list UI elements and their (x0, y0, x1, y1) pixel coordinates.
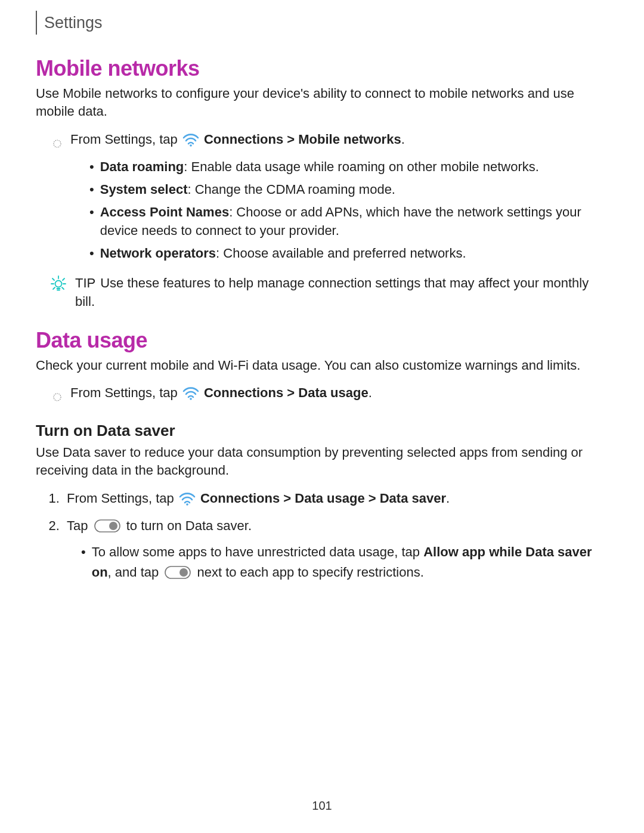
header-title: Settings (44, 14, 103, 32)
step-text: From Settings, tap Connections > Mobile … (70, 129, 608, 153)
step-text: From Settings, tap Connections > Data us… (70, 383, 608, 406)
ol2-prefix: Tap (67, 518, 92, 533)
heading-mobile-networks: Mobile networks (36, 56, 608, 81)
bullet-text: Data roaming: Enable data usage while ro… (100, 157, 539, 176)
step-path: Connections > Data usage (204, 385, 369, 400)
ol1-prefix: From Settings, tap (67, 491, 178, 506)
mobile-networks-options: • Data roaming: Enable data usage while … (89, 157, 608, 263)
sub-post: next to each app to specify restrictions… (197, 565, 423, 580)
svg-point-2 (55, 281, 62, 287)
tip-mobile-networks: TIPUse these features to help manage con… (50, 274, 608, 311)
sub-mid: , and tap (108, 565, 163, 580)
list-item: • To allow some apps to have unrestricte… (81, 542, 608, 585)
header-accent-bar (36, 11, 37, 35)
list-item: • Data roaming: Enable data usage while … (89, 157, 608, 176)
toggle-off-icon (94, 518, 120, 538)
data-saver-intro: Use Data saver to reduce your data consu… (36, 444, 608, 480)
ol2-suffix: to turn on Data saver. (126, 518, 252, 533)
step-suffix: . (369, 385, 372, 400)
subbullet-text: To allow some apps to have unrestricted … (92, 542, 608, 585)
data-saver-steps: From Settings, tap Connections > Data us… (63, 488, 608, 585)
tip-content: TIPUse these features to help manage con… (75, 274, 608, 311)
ol1-suffix: . (446, 491, 450, 506)
toggle-off-icon (165, 565, 191, 585)
connections-icon (182, 386, 199, 406)
connections-icon (182, 133, 199, 153)
svg-line-9 (62, 287, 64, 289)
sub-pre: To allow some apps to have unrestricted … (92, 544, 423, 559)
data-saver-sub-bullets: • To allow some apps to have unrestricte… (81, 542, 608, 585)
tip-label: TIP (75, 275, 95, 290)
bullet-icon: • (89, 157, 94, 176)
svg-point-13 (190, 398, 192, 400)
ol1-path: Connections > Data usage > Data saver (200, 491, 446, 506)
heading-turn-on-data-saver: Turn on Data saver (36, 422, 608, 440)
document-page: Settings Mobile networks Use Mobile netw… (0, 0, 644, 833)
page-header: Settings (36, 11, 608, 35)
svg-line-5 (63, 278, 64, 280)
data-usage-intro: Check your current mobile and Wi-Fi data… (36, 357, 608, 374)
list-item: • System select: Change the CDMA roaming… (89, 180, 608, 199)
step-prefix: From Settings, tap (70, 132, 181, 147)
svg-point-14 (186, 503, 188, 506)
mobile-networks-path-step: From Settings, tap Connections > Mobile … (52, 129, 608, 154)
mobile-networks-intro: Use Mobile networks to configure your de… (36, 85, 608, 121)
svg-point-18 (179, 568, 188, 577)
bullet-text: Access Point Names: Choose or add APNs, … (100, 203, 608, 241)
svg-point-16 (109, 522, 117, 530)
heading-data-usage: Data usage (36, 328, 608, 353)
tip-lightbulb-icon (50, 275, 67, 296)
tip-text: Use these features to help manage connec… (75, 275, 589, 309)
step-prefix: From Settings, tap (70, 385, 181, 400)
bullet-icon: • (89, 180, 94, 199)
svg-point-12 (54, 394, 61, 401)
svg-line-8 (53, 287, 55, 289)
step-suffix: . (401, 132, 405, 147)
step-path: Connections > Mobile networks (204, 132, 401, 147)
bullet-icon: • (89, 203, 94, 241)
list-item: • Access Point Names: Choose or add APNs… (89, 203, 608, 241)
bullet-text: Network operators: Choose available and … (100, 244, 466, 263)
svg-point-0 (54, 140, 61, 147)
list-item: From Settings, tap Connections > Data us… (63, 488, 608, 512)
data-usage-path-step: From Settings, tap Connections > Data us… (52, 383, 608, 407)
list-item: • Network operators: Choose available an… (89, 244, 608, 263)
connections-icon (179, 492, 196, 512)
circle-bullet-icon (52, 134, 62, 154)
bullet-icon: • (89, 244, 94, 263)
list-item: Tap to turn on Data saver. • To allow so… (63, 516, 608, 585)
svg-line-4 (52, 278, 54, 280)
bullet-text: System select: Change the CDMA roaming m… (100, 180, 395, 199)
circle-bullet-icon (52, 388, 62, 407)
svg-point-1 (190, 144, 192, 147)
page-number: 101 (0, 799, 644, 813)
bullet-icon: • (81, 542, 86, 585)
